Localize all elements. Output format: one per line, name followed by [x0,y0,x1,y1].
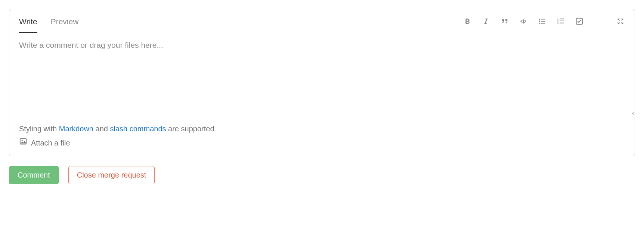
bold-icon[interactable] [463,17,472,26]
comment-textarea[interactable] [9,33,635,115]
quote-icon[interactable] [500,17,509,26]
svg-rect-4 [541,21,545,22]
attach-file-button[interactable]: Attach a file [19,137,625,149]
attach-file-label: Attach a file [31,137,70,149]
hint-prefix: Styling with [19,125,59,133]
svg-point-14 [22,140,23,141]
tab-write[interactable]: Write [19,10,37,33]
svg-text:3: 3 [557,22,559,24]
svg-point-1 [539,21,541,22]
italic-icon[interactable] [482,17,490,26]
image-icon [19,137,27,149]
task-list-icon[interactable] [575,17,584,26]
comment-editor-container: Write Preview 123 [9,9,635,156]
svg-rect-9 [560,18,564,19]
code-icon[interactable] [519,17,528,26]
numbered-list-icon[interactable]: 123 [556,17,565,26]
hint-middle: and [93,125,110,133]
editor-tabs: Write Preview [19,9,78,33]
textarea-wrapper [9,33,635,117]
comment-button[interactable]: Comment [9,166,59,184]
svg-rect-10 [560,21,564,21]
hint-suffix: are supported [166,125,214,133]
svg-point-0 [539,18,541,20]
svg-rect-3 [541,19,545,19]
markdown-link[interactable]: Markdown [59,125,93,133]
tab-preview[interactable]: Preview [51,10,79,33]
fullscreen-icon[interactable] [616,17,625,26]
markdown-hint-line: Styling with Markdown and slash commands… [19,122,625,135]
slash-commands-link[interactable]: slash commands [110,125,166,133]
svg-rect-11 [560,22,564,23]
editor-hints: Styling with Markdown and slash commands… [9,117,635,156]
bullet-list-icon[interactable] [538,17,547,26]
svg-rect-5 [541,23,545,24]
action-buttons-row: Comment Close merge request [9,166,635,184]
formatting-toolbar: 123 [463,17,625,26]
editor-header: Write Preview 123 [9,9,635,33]
close-merge-request-button[interactable]: Close merge request [68,166,155,184]
svg-point-2 [539,22,541,24]
